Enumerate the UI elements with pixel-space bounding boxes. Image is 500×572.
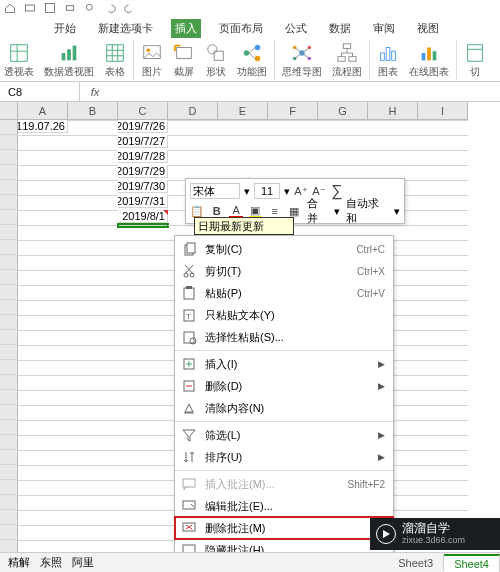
cell[interactable] xyxy=(418,285,468,286)
cell[interactable] xyxy=(118,345,168,346)
cell[interactable] xyxy=(18,345,68,346)
cell[interactable]: 2019/7/27 xyxy=(118,135,168,148)
menu-item-paste-text[interactable]: T只粘贴文本(Y) xyxy=(175,304,393,326)
cell[interactable]: 2019/7/31 xyxy=(118,195,168,208)
cell[interactable] xyxy=(18,435,68,436)
cell[interactable] xyxy=(68,270,118,271)
sigma-icon[interactable]: ∑ xyxy=(330,184,344,198)
cell[interactable] xyxy=(68,450,118,451)
row-header[interactable] xyxy=(0,375,18,390)
cell[interactable] xyxy=(68,135,118,136)
qat-open-icon[interactable] xyxy=(24,2,36,16)
bold-icon[interactable]: B xyxy=(210,204,223,218)
qat-home-icon[interactable] xyxy=(4,2,16,16)
cell[interactable] xyxy=(18,390,68,391)
ribbon-screenshot[interactable]: 截屏 xyxy=(169,41,199,79)
cell[interactable] xyxy=(68,285,118,286)
cell[interactable]: 2119.07.26 xyxy=(18,120,68,133)
row-header[interactable] xyxy=(0,195,18,210)
row-header[interactable] xyxy=(0,360,18,375)
cell[interactable] xyxy=(118,240,168,241)
cell[interactable] xyxy=(118,420,168,421)
cell[interactable] xyxy=(68,540,118,541)
cell[interactable] xyxy=(418,255,468,256)
cell[interactable] xyxy=(118,405,168,406)
cell[interactable] xyxy=(18,330,68,331)
cell[interactable] xyxy=(268,150,318,151)
cell[interactable] xyxy=(118,510,168,511)
cell[interactable] xyxy=(118,480,168,481)
cell[interactable] xyxy=(18,510,68,511)
qat-redo-icon[interactable] xyxy=(124,2,136,16)
cell[interactable] xyxy=(418,165,468,166)
cell[interactable] xyxy=(18,135,68,136)
cell[interactable] xyxy=(218,135,268,136)
menu-item-delete[interactable]: 删除(D)▶ xyxy=(175,375,393,397)
cell[interactable] xyxy=(68,360,118,361)
tab-home[interactable]: 开始 xyxy=(50,19,80,38)
cell[interactable] xyxy=(18,150,68,151)
cell[interactable] xyxy=(118,450,168,451)
cell[interactable] xyxy=(268,135,318,136)
row-header[interactable] xyxy=(0,345,18,360)
border-icon[interactable]: ▦ xyxy=(288,204,301,218)
cell[interactable] xyxy=(118,270,168,271)
ribbon-picture[interactable]: 图片 xyxy=(137,41,167,79)
row-header[interactable] xyxy=(0,480,18,495)
cell[interactable] xyxy=(18,420,68,421)
row-header[interactable] xyxy=(0,135,18,150)
cell[interactable] xyxy=(18,315,68,316)
col-header[interactable]: D xyxy=(168,102,218,120)
font-name-input[interactable] xyxy=(190,183,240,199)
fill-color-icon[interactable]: ▣ xyxy=(249,204,262,218)
row-header[interactable] xyxy=(0,285,18,300)
cell[interactable] xyxy=(68,465,118,466)
row-header[interactable] xyxy=(0,465,18,480)
cell[interactable] xyxy=(118,540,168,541)
cell[interactable] xyxy=(68,240,118,241)
font-color-icon[interactable]: A xyxy=(229,204,242,218)
cell[interactable] xyxy=(218,165,268,166)
ribbon-flowchart[interactable]: 流程图 xyxy=(328,41,366,79)
cell[interactable] xyxy=(18,210,68,211)
col-header[interactable]: E xyxy=(218,102,268,120)
cell[interactable] xyxy=(418,390,468,391)
menu-item-sort[interactable]: 排序(U)▶ xyxy=(175,446,393,468)
cell[interactable] xyxy=(18,195,68,196)
cell[interactable] xyxy=(18,240,68,241)
fx-icon[interactable]: fx xyxy=(80,86,110,98)
cell[interactable] xyxy=(418,495,468,496)
cell[interactable]: 2019/7/26 xyxy=(118,120,168,133)
cell[interactable] xyxy=(68,510,118,511)
cell[interactable] xyxy=(18,525,68,526)
cell[interactable] xyxy=(68,225,118,226)
cell[interactable] xyxy=(118,525,168,526)
cell[interactable] xyxy=(68,495,118,496)
cell[interactable]: 2019/8/1 xyxy=(118,210,168,223)
row-header[interactable] xyxy=(0,210,18,225)
cell[interactable] xyxy=(368,165,418,166)
sheet-tab[interactable]: Sheet4 xyxy=(444,554,500,572)
row-header[interactable] xyxy=(0,450,18,465)
ribbon-slicer[interactable]: 切 xyxy=(460,41,490,79)
col-header[interactable]: A xyxy=(18,102,68,120)
menu-item-copy[interactable]: 复制(C)Ctrl+C xyxy=(175,238,393,260)
col-header[interactable]: F xyxy=(268,102,318,120)
cell[interactable] xyxy=(368,120,418,121)
cell[interactable] xyxy=(368,150,418,151)
cell[interactable] xyxy=(418,375,468,376)
row-header[interactable] xyxy=(0,150,18,165)
row-header[interactable] xyxy=(0,495,18,510)
cell[interactable] xyxy=(18,495,68,496)
cell[interactable] xyxy=(118,330,168,331)
col-header[interactable]: C xyxy=(118,102,168,120)
ribbon-online-chart[interactable]: 在线图表 xyxy=(405,41,453,79)
menu-item-filter[interactable]: 筛选(L)▶ xyxy=(175,424,393,446)
row-header[interactable] xyxy=(0,435,18,450)
cell[interactable] xyxy=(418,330,468,331)
cell[interactable] xyxy=(68,120,118,121)
cell[interactable] xyxy=(68,180,118,181)
cell[interactable] xyxy=(418,405,468,406)
cell[interactable] xyxy=(118,465,168,466)
row-header[interactable] xyxy=(0,525,18,540)
